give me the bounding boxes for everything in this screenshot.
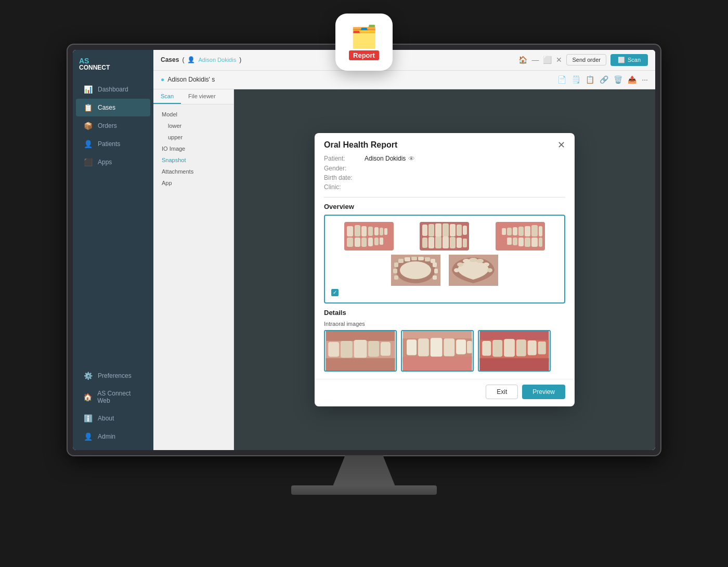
cases-icon: 📋	[83, 103, 93, 112]
panel-items: Model lower upper IO Image Snapshot Atta…	[153, 104, 233, 193]
svg-point-65	[487, 268, 492, 272]
sidebar-item-about[interactable]: ℹ️ About	[76, 410, 150, 427]
svg-rect-55	[434, 269, 438, 273]
svg-rect-3	[361, 226, 367, 236]
svg-rect-46	[398, 259, 404, 263]
sidebar-item-dashboard[interactable]: 📊 Dashboard	[76, 81, 150, 98]
toolbar-icon-clipboard[interactable]: 📋	[586, 75, 594, 84]
svg-rect-31	[531, 225, 538, 236]
breadcrumb-patient-name: Adison Dokidis	[198, 57, 236, 63]
svg-rect-7	[384, 228, 387, 235]
breadcrumb-separator: (	[182, 56, 184, 63]
svg-rect-91	[480, 358, 549, 371]
eye-icon[interactable]: 👁	[408, 155, 415, 163]
admin-icon: 👤	[83, 432, 93, 441]
sidebar-item-cases[interactable]: 📋 Cases	[76, 99, 150, 116]
svg-rect-2	[355, 225, 360, 236]
panel-item-lower[interactable]: lower	[153, 120, 233, 131]
svg-point-62	[454, 268, 459, 272]
exit-button[interactable]: Exit	[486, 385, 518, 399]
sidebar-item-patients[interactable]: 👤 Patients	[76, 135, 150, 153]
header-icon-maximize[interactable]: ⬜	[543, 56, 552, 64]
modal-close-button[interactable]: ✕	[557, 140, 565, 150]
overview-checkbox[interactable]: ✓	[331, 289, 339, 296]
main-content: Cases ( 👤 Adison Dokidis ) 🏠 — ⬜ ✕ Send …	[153, 50, 655, 450]
svg-rect-89	[528, 340, 537, 355]
panel-item-snapshot[interactable]: Snapshot	[153, 154, 233, 166]
svg-rect-19	[450, 224, 456, 236]
panel-item-attachments[interactable]: Attachments	[153, 166, 233, 177]
scan-button[interactable]: ⬜ Scan	[610, 54, 648, 66]
svg-rect-90	[538, 341, 546, 354]
apps-icon: ⬛	[83, 158, 93, 166]
sidebar-item-asconnectweb[interactable]: 🏠 AS Connect Web	[76, 385, 150, 409]
header-icon-minimize[interactable]: —	[531, 56, 539, 64]
sidebar-item-orders[interactable]: 📦 Orders	[76, 117, 150, 135]
svg-point-60	[463, 259, 470, 263]
about-icon: ℹ️	[83, 414, 93, 423]
divider	[324, 197, 565, 197]
sidebar-item-preferences[interactable]: ⚙️ Preferences	[76, 367, 150, 385]
sidebar-item-admin[interactable]: 👤 Admin	[76, 428, 150, 445]
panel-item-model[interactable]: Model	[153, 109, 233, 120]
orders-icon: 📦	[83, 122, 93, 130]
sidebar-item-label: Cases	[98, 104, 115, 111]
teeth-upper-occlusal	[391, 255, 440, 286]
svg-rect-77	[418, 338, 429, 356]
svg-rect-49	[418, 257, 424, 260]
svg-rect-16	[428, 224, 434, 236]
sidebar-item-label: Admin	[98, 433, 115, 440]
svg-rect-69	[341, 341, 353, 358]
svg-rect-79	[444, 338, 454, 356]
svg-rect-47	[405, 257, 410, 261]
patient-info-row-gender: Gender:	[324, 165, 565, 172]
svg-point-63	[476, 259, 484, 263]
panel-item-upper[interactable]: upper	[153, 131, 233, 143]
tab-file-viewer[interactable]: File viewer	[181, 89, 223, 104]
toolbar-icon-link[interactable]: 🔗	[600, 75, 608, 84]
send-order-button[interactable]: Send order	[566, 54, 606, 65]
toolbar-icon-file[interactable]: 📄	[557, 75, 566, 84]
svg-rect-57	[433, 275, 437, 280]
patient-label: Patient:	[324, 155, 360, 162]
patient-info-row-clinic: Clinic:	[324, 183, 565, 191]
sidebar: AS CONNECT 📊 Dashboard 📋 Cases	[73, 50, 153, 450]
header-icon-home[interactable]: 🏠	[518, 56, 527, 64]
patient-icon: ●	[161, 76, 164, 83]
svg-rect-38	[531, 238, 538, 247]
sidebar-item-label: Apps	[98, 159, 112, 166]
sidebar-nav: 📊 Dashboard 📋 Cases 📦 Orders 👤	[73, 76, 153, 362]
svg-rect-50	[425, 257, 430, 261]
toolbar-icon-delete[interactable]: 🗑️	[614, 75, 622, 84]
svg-rect-1	[347, 226, 353, 236]
tab-scan[interactable]: Scan	[153, 89, 181, 104]
toolbar-row: ● Adison Dokidis' s 📄 🗒️ 📋 🔗 🗑️ 📤 ···	[153, 71, 655, 89]
gender-label: Gender:	[324, 165, 360, 172]
app-icon-graphic: 🗂️	[350, 24, 378, 49]
header-icon-close[interactable]: ✕	[556, 56, 562, 64]
intraoral-img-2[interactable]	[401, 330, 474, 372]
panel-item-app[interactable]: App	[153, 177, 233, 189]
svg-rect-78	[431, 338, 443, 357]
intraoral-img-1[interactable]	[324, 330, 397, 372]
details-section: Details Intraoral images	[324, 309, 565, 372]
toolbar-icon-copy[interactable]: 🗒️	[571, 75, 580, 84]
oral-health-report-modal: Oral Health Report ✕ Patient:	[315, 133, 575, 406]
patient-info-row-name: Patient: Adison Dokidis 👁	[324, 155, 565, 163]
svg-rect-73	[326, 358, 395, 371]
svg-rect-81	[467, 341, 472, 353]
toolbar-icon-more[interactable]: ···	[642, 75, 648, 84]
svg-rect-42	[507, 238, 512, 245]
sidebar-item-apps[interactable]: ⬛ Apps	[76, 153, 150, 171]
intraoral-img-3[interactable]	[478, 330, 551, 372]
sidebar-item-label: AS Connect Web	[97, 390, 143, 404]
svg-rect-17	[435, 223, 441, 237]
sidebar-item-label: About	[98, 415, 114, 422]
toolbar-icon-upload[interactable]: 📤	[628, 75, 636, 84]
monitor-base	[291, 485, 437, 495]
panel-item-io-image[interactable]: IO Image	[153, 143, 233, 154]
svg-rect-8	[347, 238, 353, 247]
preview-button[interactable]: Preview	[522, 385, 565, 399]
patients-icon: 👤	[83, 140, 93, 148]
scan-icon: ⬜	[618, 57, 625, 63]
